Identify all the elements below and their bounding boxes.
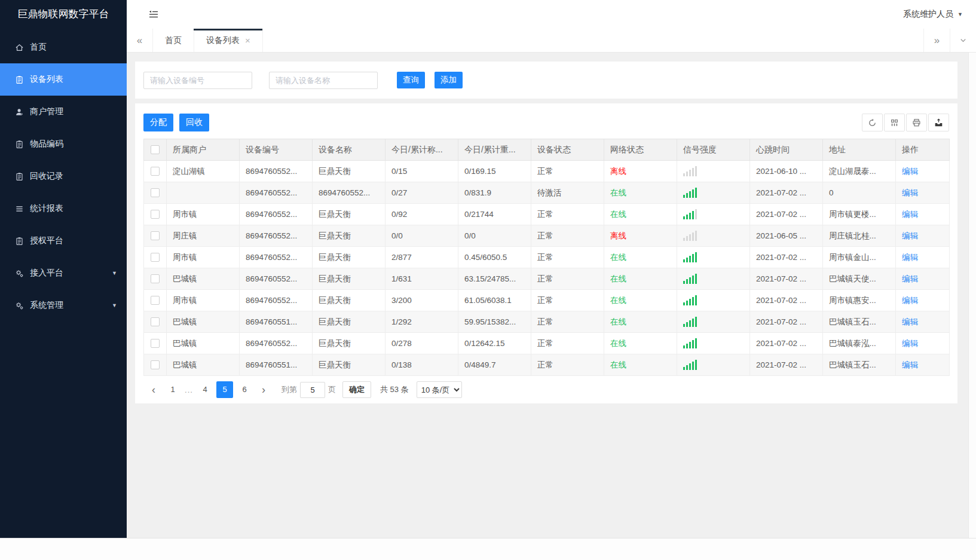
device-no-input[interactable]	[143, 72, 252, 89]
signal-strength-indicator	[683, 317, 744, 327]
user-icon	[14, 107, 24, 117]
cell-today-count: 0/27	[385, 182, 458, 204]
column-header: 设备状态	[531, 139, 604, 161]
edit-link[interactable]: 编辑	[902, 360, 918, 369]
tab-label: 首页	[165, 35, 182, 46]
goto-page-input[interactable]	[300, 382, 325, 398]
page-ellipsis: ...	[184, 385, 194, 394]
sidebar-item-8[interactable]: 系统管理▼	[0, 289, 127, 322]
menu-collapse-icon[interactable]	[148, 10, 159, 19]
total-count-label: 共 53 条	[380, 384, 409, 395]
cell-merchant: 巴城镇	[167, 333, 240, 354]
table-row: 周市镇8694760552...巨鼎天衡3/20061.05/6038.1正常在…	[144, 290, 950, 311]
row-checkbox[interactable]	[151, 296, 160, 305]
confirm-button[interactable]: 确定	[342, 381, 371, 398]
edit-link[interactable]: 编辑	[902, 274, 918, 283]
page-button-1[interactable]: 1	[164, 381, 181, 398]
network-status-badge: 在线	[610, 210, 626, 219]
row-checkbox[interactable]	[151, 339, 160, 348]
edit-link[interactable]: 编辑	[902, 339, 918, 348]
device-name-input[interactable]	[269, 72, 378, 89]
add-button[interactable]: 添加	[435, 72, 463, 88]
sidebar-item-1[interactable]: 设备列表	[0, 63, 127, 96]
cell-heartbeat: 2021-07-02 ...	[750, 290, 823, 311]
horizontal-scrollbar[interactable]	[0, 538, 976, 560]
sidebar-item-7[interactable]: 接入平台▼	[0, 257, 127, 289]
row-checkbox[interactable]	[151, 317, 160, 326]
row-checkbox[interactable]	[151, 360, 160, 369]
cell-heartbeat: 2021-06-10 ...	[750, 161, 823, 182]
query-button[interactable]: 查询	[397, 72, 425, 88]
next-page-button[interactable]: ›	[256, 384, 271, 395]
tab-device-list[interactable]: 设备列表 ×	[194, 29, 263, 52]
table-icon-buttons	[862, 114, 949, 131]
network-status-badge: 在线	[610, 296, 626, 305]
row-checkbox[interactable]	[151, 188, 160, 197]
edit-link[interactable]: 编辑	[902, 188, 918, 197]
edit-link[interactable]: 编辑	[902, 210, 918, 219]
table-header-row: 所属商户设备编号设备名称今日/累计称...今日/累计重...设备状态网络状态信号…	[144, 139, 950, 161]
print-button[interactable]	[906, 114, 927, 131]
page-size-select[interactable]: 10 条/页	[417, 381, 462, 398]
cell-merchant: 巴城镇	[167, 354, 240, 376]
sidebar-item-5[interactable]: 统计报表	[0, 192, 127, 225]
columns-button[interactable]	[884, 114, 905, 131]
cell-device-no: 8694760551...	[240, 311, 313, 333]
cell-device-no: 8694760552...	[240, 225, 313, 247]
table-row: 巴城镇8694760552...巨鼎天衡1/63163.15/24785...正…	[144, 268, 950, 290]
assign-button[interactable]: 分配	[143, 114, 173, 131]
goto-label: 到第	[282, 384, 297, 395]
select-all-checkbox[interactable]	[151, 145, 160, 154]
tab-bar: « 首页 设备列表 × »	[127, 29, 976, 53]
cell-today-weight: 59.95/15382...	[458, 311, 531, 333]
edit-link[interactable]: 编辑	[902, 231, 918, 240]
table-row: 8694760552...8694760552...0/270/831.9待激活…	[144, 182, 950, 204]
tabs-scroll-right-button[interactable]: »	[923, 29, 950, 52]
column-header: 今日/累计重...	[458, 139, 531, 161]
edit-link[interactable]: 编辑	[902, 317, 918, 326]
export-button[interactable]	[928, 114, 949, 131]
sidebar-item-4[interactable]: 回收记录	[0, 160, 127, 192]
signal-strength-indicator	[683, 360, 744, 370]
sidebar-item-6[interactable]: 授权平台	[0, 225, 127, 257]
tabs-menu-button[interactable]	[950, 29, 976, 52]
refresh-button[interactable]	[862, 114, 883, 131]
row-checkbox[interactable]	[151, 253, 160, 262]
tabs-scroll-left-button[interactable]: «	[127, 29, 153, 52]
sidebar-item-0[interactable]: 首页	[0, 31, 127, 63]
cell-today-count: 0/138	[385, 354, 458, 376]
device-table-panel: 分配 回收	[135, 103, 957, 403]
page-button-5[interactable]: 5	[216, 381, 233, 398]
chevron-down-icon: ▼	[112, 270, 117, 276]
page-button-4[interactable]: 4	[197, 381, 213, 398]
edit-link[interactable]: 编辑	[902, 253, 918, 262]
page-button-6[interactable]: 6	[236, 381, 253, 398]
gear-icon	[14, 301, 24, 310]
sidebar-item-label: 系统管理	[30, 300, 63, 311]
vertical-scrollbar[interactable]	[968, 53, 976, 538]
cell-device-status: 正常	[531, 333, 604, 354]
row-checkbox[interactable]	[151, 167, 160, 176]
device-table: 所属商户设备编号设备名称今日/累计称...今日/累计重...设备状态网络状态信号…	[143, 139, 950, 376]
cell-merchant: 巴城镇	[167, 311, 240, 333]
prev-page-button[interactable]: ‹	[146, 384, 161, 395]
main-content: 查询 添加 分配 回收	[127, 53, 976, 538]
sidebar-item-label: 商户管理	[30, 106, 63, 117]
signal-strength-indicator	[683, 166, 744, 176]
cell-merchant: 周市镇	[167, 247, 240, 268]
edit-link[interactable]: 编辑	[902, 296, 918, 305]
row-checkbox[interactable]	[151, 274, 160, 283]
row-checkbox[interactable]	[151, 231, 160, 240]
edit-link[interactable]: 编辑	[902, 167, 918, 176]
sidebar-item-2[interactable]: 商户管理	[0, 96, 127, 128]
tab-home[interactable]: 首页	[153, 29, 194, 52]
close-icon[interactable]: ×	[245, 36, 250, 45]
cell-merchant: 淀山湖镇	[167, 161, 240, 182]
cell-device-name: 巨鼎天衡	[313, 290, 385, 311]
sidebar-item-3[interactable]: 物品编码	[0, 128, 127, 160]
recycle-button[interactable]: 回收	[179, 114, 209, 131]
cell-device-name: 8694760552...	[313, 182, 385, 204]
clipboard-icon	[14, 75, 24, 84]
user-menu[interactable]: 系统维护人员 ▼	[903, 9, 963, 20]
row-checkbox[interactable]	[151, 210, 160, 219]
